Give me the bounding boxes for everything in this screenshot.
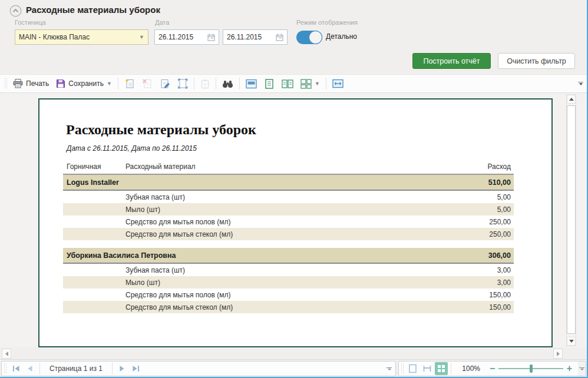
toolbar-separator: [326, 78, 326, 89]
panel-grip[interactable]: [4, 363, 6, 374]
properties-button[interactable]: ?: [197, 77, 213, 91]
panel-separator: [39, 363, 40, 374]
display-mode-toggle[interactable]: [296, 31, 322, 44]
zoom-out-button[interactable]: −: [486, 364, 498, 373]
first-page-button[interactable]: [9, 362, 23, 375]
next-page-icon: [119, 365, 125, 372]
hotel-select[interactable]: MAIN - Клюква Палас ▼: [15, 29, 148, 45]
hotel-select-value: MAIN - Клюква Палас: [19, 33, 90, 41]
panel-separator: [451, 363, 451, 374]
group-total: 510,00: [458, 178, 514, 187]
toggle-knob: [309, 31, 322, 44]
toolbar-separator: [239, 78, 240, 89]
value-cell: 250,00: [458, 218, 514, 226]
fit-width-icon: [422, 364, 432, 373]
date-to-input[interactable]: 26.11.2015: [223, 29, 288, 45]
overflow-icon: [579, 367, 584, 370]
delete-page-icon: [142, 78, 153, 89]
date-from-value: 26.11.2015: [158, 33, 193, 41]
binoculars-icon: [222, 79, 233, 88]
pagination-panel: Страница 1 из 1: [1, 361, 396, 376]
build-report-button[interactable]: Построить отчёт: [412, 53, 491, 69]
zoom-panel: 100% − +: [398, 361, 586, 376]
clipboard-icon: ?: [200, 79, 210, 89]
overflow-icon: [579, 83, 583, 85]
previous-page-icon: [27, 365, 33, 372]
material-cell: Мыло (шт): [125, 205, 458, 214]
date-from-input[interactable]: 26.11.2015: [154, 29, 219, 45]
page-setup-button[interactable]: [174, 77, 191, 91]
page-width-button[interactable]: [329, 77, 347, 90]
view-single-page-icon: [264, 79, 275, 89]
save-label: Сохранить: [68, 79, 104, 88]
page-title: Расходные материалы уборок: [26, 5, 160, 15]
circle-up-icon: [9, 5, 22, 17]
value-cell: 250,00: [458, 230, 514, 238]
value-cell: 150,00: [458, 291, 514, 299]
toolbar-overflow-button[interactable]: [578, 82, 583, 85]
arrow-up-icon: [569, 98, 574, 101]
view-two-pages-button[interactable]: [278, 77, 297, 91]
value-cell: 3,00: [458, 278, 514, 287]
panel-grip[interactable]: [401, 363, 404, 374]
column-material: Расходный материал: [125, 163, 458, 171]
zoom-slider-handle[interactable]: [530, 364, 533, 373]
view-continuous-icon: [246, 79, 257, 89]
material-cell: Зубная паста (шт): [125, 266, 458, 274]
edit-page-button[interactable]: [156, 77, 174, 91]
clear-filter-button[interactable]: Очистить фильтр: [498, 53, 575, 69]
new-page-button[interactable]: [121, 77, 138, 91]
zoom-slider[interactable]: [498, 364, 563, 373]
find-button[interactable]: [219, 78, 237, 90]
zoom-in-button[interactable]: +: [563, 364, 576, 373]
panel-separator: [112, 363, 113, 374]
print-label: Печать: [26, 79, 49, 88]
zoom-multiple-pages-button[interactable]: [435, 362, 448, 375]
report-table: Горничная Расходный материал Расход Logu…: [63, 160, 514, 313]
value-cell: 150,00: [458, 303, 514, 311]
hotel-label: Гостиница: [15, 19, 46, 26]
collapse-panel-button[interactable]: [9, 5, 22, 17]
zoom-page-width-button[interactable]: [421, 362, 434, 375]
vertical-scroll-thumb[interactable]: [567, 105, 576, 334]
pagination-overflow-button[interactable]: [387, 367, 392, 370]
print-button[interactable]: Печать: [9, 77, 52, 90]
detail-row: Средство для мытья стекол (мл)150,00: [63, 301, 514, 313]
arrow-down-icon: [569, 340, 574, 343]
overflow-icon: [579, 367, 584, 368]
zoom-whole-page-button[interactable]: [407, 362, 419, 375]
material-cell: Мыло (шт): [125, 278, 458, 287]
view-continuous-button[interactable]: [242, 77, 260, 91]
toolbar-grip[interactable]: [5, 78, 7, 89]
scroll-left-button[interactable]: [2, 349, 11, 359]
app-window: Расходные материалы уборок Гостиница Дат…: [0, 0, 588, 378]
delete-page-button[interactable]: [138, 77, 156, 91]
view-single-page-button[interactable]: [260, 77, 278, 91]
previous-page-button[interactable]: [23, 362, 37, 375]
date-label: Дата: [155, 19, 169, 26]
report-title: Расходные материалы уборок: [66, 122, 256, 138]
save-button[interactable]: Сохранить ▼: [52, 77, 115, 90]
page-indicator: Страница 1 из 1: [42, 364, 110, 373]
zoom-overflow-button[interactable]: [578, 362, 586, 376]
last-page-button[interactable]: [129, 362, 143, 375]
chevron-down-icon: ▼: [139, 34, 144, 40]
scroll-right-button[interactable]: [553, 349, 563, 359]
report-page: Расходные материалы уборок Дата с 26.11.…: [38, 98, 553, 347]
chevron-down-icon: ▼: [107, 81, 112, 87]
multiple-pages-icon: [437, 364, 445, 373]
vertical-scrollbar[interactable]: [566, 94, 576, 346]
material-cell: Зубная паста (шт): [125, 193, 458, 201]
column-expense: Расход: [458, 163, 514, 171]
next-page-button[interactable]: [115, 362, 129, 375]
scroll-up-button[interactable]: [567, 95, 576, 104]
new-page-icon: [124, 78, 135, 89]
report-table-groups: Logus Installer510,00Зубная паста (шт)5,…: [63, 175, 514, 313]
calendar-icon: [276, 34, 283, 41]
toolbar-separator: [216, 78, 216, 89]
detail-row: Средство для мытья стекол (мл)250,00: [63, 228, 514, 240]
printer-icon: [13, 79, 23, 88]
view-many-pages-button[interactable]: ▼: [297, 77, 323, 91]
value-cell: 3,00: [458, 266, 514, 274]
scroll-down-button[interactable]: [567, 337, 576, 346]
